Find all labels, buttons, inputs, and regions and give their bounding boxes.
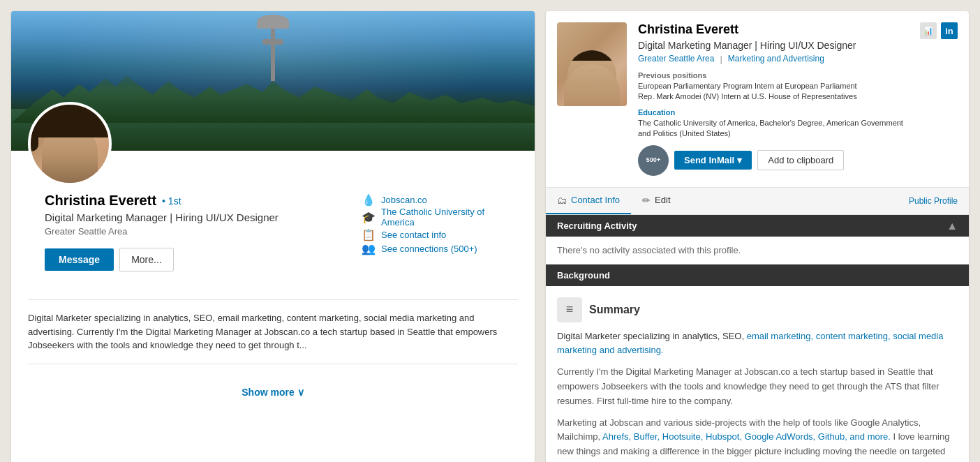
prev-position-1: European Parliamentary Program Intern at…	[638, 81, 909, 91]
degree-badge: • 1st	[162, 195, 181, 207]
profile-left: Christina Everett • 1st Digital Marketin…	[45, 193, 345, 288]
tab-edit[interactable]: ✏ Edit	[631, 188, 681, 214]
connections-link[interactable]: 👥 See connections (500+)	[362, 241, 501, 255]
profile-location: Greater Seattle Area	[45, 226, 345, 237]
recruiting-activity-header: ▲ Recruiting Activity	[546, 215, 969, 237]
header-actions: 📊 in	[920, 22, 958, 45]
candidate-name: Christina Everett	[638, 22, 909, 37]
edit-tab-icon: ✏	[642, 195, 651, 206]
right-panel: Christina Everett Digital Marketing Mana…	[546, 11, 969, 462]
contact-icon: 📋	[362, 228, 376, 241]
message-button[interactable]: Message	[45, 248, 114, 271]
summary-paragraph-2: Currently I'm the Digital Marketing Mana…	[557, 365, 958, 408]
profile-summary: Digital Marketer specializing in analyti…	[28, 311, 518, 364]
send-inmail-label: Send InMail	[684, 155, 734, 165]
summary-section: Digital Marketer specializing in analyti…	[11, 300, 535, 375]
background-section: Background ≡ Summary Digital Marketer sp…	[546, 264, 969, 462]
university-link[interactable]: 🎓 The Catholic University of America	[362, 207, 501, 228]
chart-icon[interactable]: 📊	[920, 22, 937, 39]
profile-title: Digital Marketing Manager | Hiring UI/UX…	[45, 211, 345, 223]
summary-paragraph-3: Marketing at Jobscan and various side-pr…	[557, 416, 958, 462]
connections-500-text: 500+	[646, 156, 660, 164]
education-label: Education	[638, 108, 909, 117]
email-marketing-link[interactable]: email marketing, content marketing, soci…	[557, 331, 943, 356]
avatar-face	[42, 124, 98, 186]
ahrefs-link[interactable]: Ahrefs, Buffer, Hootsuite, Hubspot, Goog…	[602, 431, 891, 442]
profile-name-row: Christina Everett • 1st	[45, 193, 345, 209]
show-more-label: Show more	[242, 387, 294, 398]
contact-info-text: See contact info	[381, 230, 446, 240]
tab-row: 🗂 Contact Info ✏ Edit Public Profile	[546, 188, 969, 215]
inmail-row: Send InMail ▾ Add to clipboard	[674, 150, 844, 170]
connections-count-badge: 500+	[638, 145, 669, 176]
university-text: The Catholic University of America	[381, 207, 501, 228]
chevron-down-icon: ∨	[297, 387, 304, 398]
previous-positions: Previous positions European Parliamentar…	[638, 71, 909, 103]
send-inmail-button[interactable]: Send InMail ▾	[674, 151, 752, 170]
inmail-dropdown-icon: ▾	[737, 155, 742, 165]
recruiting-activity-title: Recruiting Activity	[557, 221, 637, 231]
profile-right: 💧 Jobscan.co 🎓 The Catholic University o…	[362, 193, 501, 288]
university-icon: 🎓	[362, 210, 376, 224]
connections-text: See connections (500+)	[381, 244, 477, 254]
public-profile-link[interactable]: Public Profile	[898, 189, 969, 213]
education-section: Education The Catholic University of Ame…	[638, 108, 909, 140]
collapse-button[interactable]: ▲	[946, 221, 958, 232]
add-clipboard-button[interactable]: Add to clipboard	[757, 150, 844, 170]
connections-badge: 500+	[638, 145, 669, 176]
summary-block: ≡ Summary Digital Marketer specializing …	[546, 286, 969, 462]
candidate-info: Christina Everett Digital Marketing Mana…	[638, 22, 909, 176]
show-more-button[interactable]: Show more ∨	[242, 387, 304, 398]
summary-paragraph-1: Digital Marketer specializing in analyti…	[557, 329, 958, 359]
candidate-title: Digital Marketing Manager | Hiring UI/UX…	[638, 40, 909, 51]
action-buttons: Message More...	[45, 248, 345, 271]
profile-main: Christina Everett • 1st Digital Marketin…	[28, 193, 518, 288]
edit-tab-label: Edit	[655, 195, 670, 205]
candidate-location-row: Greater Seattle Area | Marketing and Adv…	[638, 54, 909, 64]
summary-section-title: Summary	[589, 304, 640, 316]
linkedin-icon[interactable]: in	[941, 22, 958, 39]
recruiting-activity-section: ▲ Recruiting Activity There's no activit…	[546, 215, 969, 264]
jobscan-icon: 💧	[362, 193, 376, 207]
candidate-industry: Marketing and Advertising	[728, 54, 824, 64]
show-more-row: Show more ∨	[11, 375, 535, 409]
contact-info-link[interactable]: 📋 See contact info	[362, 228, 501, 241]
left-profile-panel: Christina Everett • 1st Digital Marketin…	[11, 11, 535, 462]
contact-tab-icon: 🗂	[557, 195, 567, 206]
background-title: Background	[557, 270, 610, 281]
header-icons: 📊 in	[920, 22, 958, 39]
candidate-header: Christina Everett Digital Marketing Mana…	[546, 11, 969, 188]
prev-positions-label: Previous positions	[638, 71, 909, 80]
background-header: Background	[546, 264, 969, 286]
space-needle-decoration	[271, 25, 275, 81]
connections-icon: 👥	[362, 241, 376, 255]
candidate-location: Greater Seattle Area	[638, 54, 714, 64]
education-text: The Catholic University of America, Bach…	[638, 118, 909, 140]
no-activity-text: There's no activity associated with this…	[546, 237, 969, 264]
candidate-avatar	[557, 22, 627, 106]
tab-contact-info[interactable]: 🗂 Contact Info	[546, 188, 631, 214]
location-separator: |	[720, 54, 722, 64]
summary-title-row: ≡ Summary	[557, 297, 958, 322]
avatar	[28, 102, 112, 186]
contact-tab-label: Contact Info	[571, 195, 620, 205]
summary-icon: ≡	[557, 297, 582, 322]
jobscan-link[interactable]: 💧 Jobscan.co	[362, 193, 501, 207]
more-button[interactable]: More...	[119, 248, 174, 271]
prev-position-2: Rep. Mark Amodei (NV) Intern at U.S. Hou…	[638, 91, 909, 102]
profile-name: Christina Everett	[45, 193, 156, 209]
jobscan-text: Jobscan.co	[381, 195, 427, 205]
